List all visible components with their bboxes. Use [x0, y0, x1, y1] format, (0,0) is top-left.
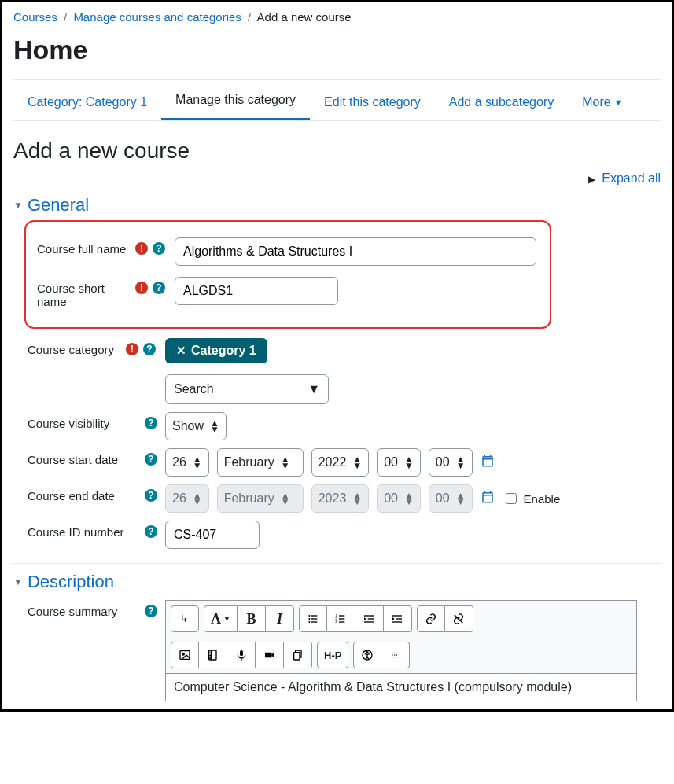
svg-rect-5: [311, 621, 317, 622]
label-id-number: Course ID number: [28, 521, 126, 539]
editor-h5p-button[interactable]: H-P: [317, 642, 348, 668]
breadcrumb: Courses / Manage courses and categories …: [13, 7, 661, 28]
label-visibility: Course visibility: [28, 412, 126, 430]
select-start-day[interactable]: 26▲▼: [165, 448, 209, 477]
form-heading: Add a new course: [13, 138, 661, 164]
expand-all-link[interactable]: ▶ Expand all: [588, 171, 661, 185]
select-visibility[interactable]: Show ▲▼: [165, 412, 227, 440]
font-a-icon: A: [211, 611, 221, 628]
select-start-year[interactable]: 2022▲▼: [311, 448, 369, 477]
select-end-min-value: 00: [436, 491, 450, 506]
sort-arrows-icon: ▲▼: [404, 492, 414, 505]
svg-point-32: [392, 654, 392, 655]
editor-video-button[interactable]: [256, 642, 284, 668]
editor-content[interactable]: Computer Science - Algorithm & Data Stru…: [166, 673, 636, 701]
tab-category[interactable]: Category: Category 1: [13, 83, 161, 120]
editor-bullet-list-button[interactable]: [299, 605, 327, 632]
breadcrumb-manage[interactable]: Manage courses and categories: [73, 10, 241, 24]
svg-point-31: [396, 653, 397, 653]
editor-unlink-button[interactable]: [445, 605, 473, 632]
sort-arrows-icon: ▲▼: [456, 492, 466, 505]
svg-rect-26: [293, 653, 299, 660]
svg-rect-16: [396, 618, 402, 619]
editor-numbered-list-button[interactable]: 123: [327, 605, 355, 632]
select-end-hour-value: 00: [384, 491, 398, 506]
select-start-min[interactable]: 00▲▼: [429, 448, 473, 477]
help-icon[interactable]: ?: [153, 242, 165, 255]
input-short-name[interactable]: [175, 277, 338, 305]
editor-image-button[interactable]: [171, 642, 199, 668]
svg-point-30: [394, 653, 395, 653]
editor-italic-button[interactable]: I: [266, 605, 294, 632]
svg-rect-11: [339, 621, 344, 622]
calendar-icon[interactable]: [481, 454, 495, 472]
input-full-name[interactable]: [175, 237, 536, 266]
editor-paragraph-style-button[interactable]: A ▼: [204, 605, 238, 632]
input-id-number[interactable]: [165, 521, 260, 549]
help-icon[interactable]: ?: [153, 282, 165, 294]
svg-rect-24: [265, 653, 272, 658]
editor-accessibility-button[interactable]: [353, 642, 381, 668]
select-start-day-value: 26: [172, 455, 186, 469]
section-general-header[interactable]: ▼ General: [13, 195, 661, 215]
svg-rect-13: [368, 618, 374, 619]
editor-manage-files-button[interactable]: [284, 642, 312, 668]
label-full-name: Course full name: [37, 237, 135, 256]
editor-toggle-toolbar-button[interactable]: [171, 605, 199, 632]
tab-more[interactable]: More ▼: [568, 83, 636, 120]
category-chip[interactable]: ✕ Category 1: [165, 338, 267, 363]
label-end-date: Course end date: [28, 484, 126, 502]
editor-media-button[interactable]: [199, 642, 227, 668]
breadcrumb-courses[interactable]: Courses: [13, 10, 57, 24]
select-end-year-value: 2023: [319, 491, 347, 506]
editor-indent-button[interactable]: [384, 605, 412, 632]
editor-toolbar: A ▼ B I 123: [166, 601, 636, 673]
select-end-month: February▲▼: [217, 484, 304, 513]
category-search-select[interactable]: Search ▼: [165, 374, 329, 404]
breadcrumb-sep: /: [64, 10, 67, 24]
svg-point-33: [394, 654, 395, 655]
section-description-header[interactable]: ▼ Description: [13, 572, 661, 592]
tab-manage-this[interactable]: Manage this category: [161, 80, 310, 120]
editor-microphone-button[interactable]: [227, 642, 256, 668]
help-icon[interactable]: ?: [145, 453, 157, 466]
help-icon[interactable]: ?: [145, 417, 157, 429]
expand-all-label: Expand all: [602, 171, 661, 185]
collapse-icon: ▼: [13, 200, 23, 211]
enable-label: Enable: [524, 492, 561, 506]
svg-point-20: [182, 653, 185, 655]
help-icon[interactable]: ?: [145, 525, 157, 538]
editor-screenreader-button[interactable]: [381, 642, 410, 668]
label-category: Course category: [28, 338, 126, 356]
svg-rect-19: [180, 651, 190, 660]
help-icon[interactable]: ?: [143, 343, 156, 355]
enable-end-date[interactable]: Enable: [503, 491, 561, 506]
select-visibility-value: Show: [172, 419, 204, 433]
svg-rect-17: [392, 621, 402, 622]
sort-arrows-icon: ▲▼: [193, 456, 202, 469]
editor-outdent-button[interactable]: [355, 605, 384, 632]
page-title: Home: [13, 35, 661, 65]
help-icon[interactable]: ?: [145, 489, 157, 502]
svg-text:3: 3: [336, 620, 338, 624]
section-general-title: General: [28, 195, 89, 215]
enable-checkbox[interactable]: [506, 493, 517, 504]
svg-rect-22: [240, 650, 243, 656]
collapse-icon: ▼: [13, 576, 23, 587]
tab-add-sub[interactable]: Add a subcategory: [435, 83, 568, 120]
select-end-min: 00▲▼: [429, 484, 473, 513]
sort-arrows-icon: ▲▼: [404, 456, 414, 469]
editor-summary: A ▼ B I 123: [165, 600, 637, 701]
tab-edit-this[interactable]: Edit this category: [310, 83, 435, 120]
sort-arrows-icon: ▲▼: [352, 492, 362, 505]
select-start-month[interactable]: February▲▼: [217, 448, 304, 477]
highlight-box: Course full name ! ? Course short name !…: [24, 220, 551, 329]
calendar-icon[interactable]: [481, 490, 495, 508]
editor-bold-button[interactable]: B: [238, 605, 266, 632]
select-start-hour[interactable]: 00▲▼: [377, 448, 421, 477]
remove-chip-icon[interactable]: ✕: [176, 344, 186, 358]
help-icon[interactable]: ?: [145, 605, 157, 617]
tabbar: Category: Category 1 Manage this categor…: [13, 80, 661, 121]
caret-right-icon: ▶: [588, 174, 595, 185]
editor-link-button[interactable]: [417, 605, 445, 632]
